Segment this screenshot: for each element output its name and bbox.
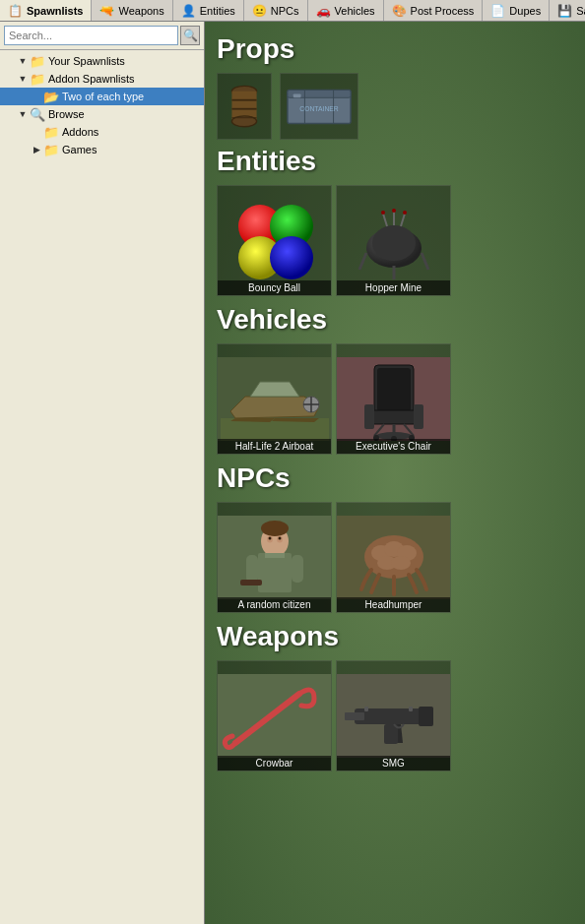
item-label-hopper-mine: Hopper Mine xyxy=(337,280,450,295)
tab-entities-label: Entities xyxy=(200,5,235,17)
tab-dupes[interactable]: 📄 Dupes xyxy=(483,0,550,22)
tab-weapons[interactable]: 🔫 Weapons xyxy=(92,0,172,22)
item-chair[interactable]: Executive's Chair xyxy=(336,343,451,455)
search-button[interactable]: 🔍 xyxy=(180,26,200,45)
prop-item-barrel[interactable] xyxy=(217,73,272,140)
svg-rect-62 xyxy=(345,712,364,720)
svg-point-25 xyxy=(392,209,396,213)
svg-rect-64 xyxy=(364,707,368,711)
folder-icon-2: 📁 xyxy=(30,72,45,87)
svg-rect-35 xyxy=(414,404,423,429)
toggle-browse: ▼ xyxy=(16,107,30,121)
toggle-games: ▶ xyxy=(30,143,43,156)
tab-npcs[interactable]: 😐 NPCs xyxy=(244,0,308,22)
games-folder-icon: 📁 xyxy=(43,143,59,157)
tree-item-two-of-each-type[interactable]: 📂 Two of each type xyxy=(0,88,204,105)
svg-line-18 xyxy=(359,253,366,270)
svg-rect-50 xyxy=(265,553,285,558)
item-crowbar[interactable]: Crowbar xyxy=(217,660,332,771)
tab-vehicles-label: Vehicles xyxy=(335,5,375,17)
weapons-icon: 🔫 xyxy=(99,4,114,18)
svg-rect-33 xyxy=(371,410,417,424)
tab-npcs-label: NPCs xyxy=(271,5,299,17)
tab-entities[interactable]: 👤 Entities xyxy=(173,0,244,22)
main-layout: 🔍 ▼ 📁 Your Spawnlists ▼ 📁 Addon Spawnlis… xyxy=(0,22,585,924)
addons-folder-icon: 📁 xyxy=(43,125,59,140)
svg-rect-10 xyxy=(293,93,301,97)
section-heading-entities: Entities xyxy=(217,146,577,177)
section-heading-vehicles: Vehicles xyxy=(217,304,577,336)
weapons-grid: Crowbar xyxy=(213,660,577,771)
svg-line-20 xyxy=(422,253,428,270)
open-folder-icon: 📂 xyxy=(43,90,59,104)
search-bar: 🔍 xyxy=(0,22,204,50)
svg-text:CONTAINER: CONTAINER xyxy=(299,104,339,111)
props-row: CONTAINER xyxy=(213,73,577,140)
tree-label-games: Games xyxy=(62,144,97,155)
tree-label-browse: Browse xyxy=(48,108,85,120)
item-label-headhumper: Headhumper xyxy=(337,597,450,612)
item-label-airboat: Half-Life 2 Airboat xyxy=(218,439,331,454)
svg-point-45 xyxy=(261,521,289,536)
tree-item-addons[interactable]: 📁 Addons xyxy=(0,123,204,141)
entities-grid: Bouncy Ball xyxy=(213,185,577,296)
tab-vehicles[interactable]: 🚗 Vehicles xyxy=(308,0,384,22)
svg-point-59 xyxy=(391,556,411,570)
item-label-citizen: A random citizen xyxy=(218,597,331,612)
npcs-icon: 😐 xyxy=(252,4,267,18)
tree-container: ▼ 📁 Your Spawnlists ▼ 📁 Addon Spawnlists… xyxy=(0,50,204,924)
tab-spawnlists[interactable]: 📋 Spawnlists xyxy=(0,0,92,22)
entities-icon: 👤 xyxy=(181,4,196,18)
top-bar: 📋 Spawnlists 🔫 Weapons 👤 Entities 😐 NPCs… xyxy=(0,0,585,22)
svg-line-23 xyxy=(401,214,405,226)
tree-label-two-of-each: Two of each type xyxy=(62,91,144,102)
item-label-bouncy-ball: Bouncy Ball xyxy=(218,280,331,295)
search-input[interactable] xyxy=(4,26,178,45)
svg-rect-32 xyxy=(377,368,411,411)
section-heading-npcs: NPCs xyxy=(217,462,577,494)
svg-rect-65 xyxy=(409,707,413,711)
toggle-two-of-each xyxy=(30,90,43,103)
tab-dupes-label: Dupes xyxy=(509,5,541,17)
left-panel: 🔍 ▼ 📁 Your Spawnlists ▼ 📁 Addon Spawnlis… xyxy=(0,22,205,924)
postprocess-icon: 🎨 xyxy=(392,4,407,18)
tree-item-games[interactable]: ▶ 📁 Games xyxy=(0,141,204,158)
svg-line-21 xyxy=(383,214,387,226)
item-citizen[interactable]: A random citizen xyxy=(217,502,332,613)
saves-icon: 💾 xyxy=(557,4,572,18)
npcs-grid: A random citizen xyxy=(213,502,577,613)
svg-rect-51 xyxy=(246,555,258,583)
dupes-icon: 📄 xyxy=(490,4,505,18)
svg-rect-43 xyxy=(258,553,292,592)
browse-icon: 🔍 xyxy=(30,107,45,122)
tree-label-addons: Addons xyxy=(62,126,98,138)
vehicles-icon: 🚗 xyxy=(316,4,331,18)
svg-point-24 xyxy=(381,211,385,215)
item-headhumper[interactable]: Headhumper xyxy=(336,502,451,613)
item-hopper-mine[interactable]: Hopper Mine xyxy=(336,185,451,296)
svg-rect-52 xyxy=(292,555,303,583)
item-label-chair: Executive's Chair xyxy=(337,439,450,454)
tab-postprocess-label: Post Process xyxy=(411,5,475,17)
tree-item-addon-spawnlists[interactable]: ▼ 📁 Addon Spawnlists xyxy=(0,70,204,88)
tab-saves-label: Saves xyxy=(576,5,585,17)
right-panel: Props xyxy=(205,22,585,924)
tree-item-browse[interactable]: ▼ 🔍 Browse xyxy=(0,105,204,123)
item-smg[interactable]: SMG xyxy=(336,660,451,771)
toggle-your-spawnlists: ▼ xyxy=(16,54,30,68)
svg-point-26 xyxy=(403,211,407,215)
tree-label-addon-spawnlists: Addon Spawnlists xyxy=(48,73,134,85)
item-bouncy-ball[interactable]: Bouncy Ball xyxy=(217,185,332,296)
tab-saves[interactable]: 💾 Saves xyxy=(550,0,585,22)
folder-icon: 📁 xyxy=(30,54,45,69)
prop-item-container[interactable]: CONTAINER xyxy=(280,73,358,140)
tab-postprocess[interactable]: 🎨 Post Process xyxy=(384,0,484,22)
toggle-addon-spawnlists: ▼ xyxy=(16,72,30,86)
svg-rect-61 xyxy=(419,707,433,726)
item-label-crowbar: Crowbar xyxy=(218,756,331,770)
spawnlists-icon: 📋 xyxy=(8,4,23,18)
item-airboat[interactable]: Half-Life 2 Airboat xyxy=(217,343,332,455)
svg-point-17 xyxy=(372,225,416,261)
tree-item-your-spawnlists[interactable]: ▼ 📁 Your Spawnlists xyxy=(0,52,204,70)
tree-label-your-spawnlists: Your Spawnlists xyxy=(48,55,125,67)
